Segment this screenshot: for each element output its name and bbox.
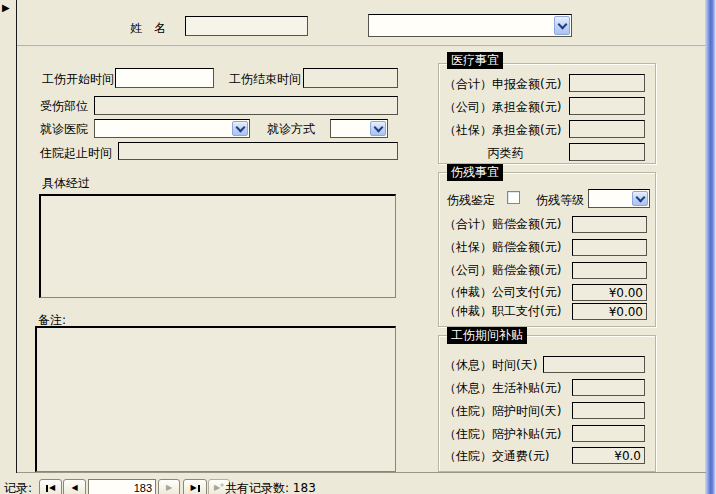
class-c-drug-input[interactable]: [569, 143, 645, 161]
rest-days-input[interactable]: [543, 356, 645, 373]
visit-mode-combo[interactable]: [330, 119, 388, 138]
disability-grade-combo[interactable]: [588, 189, 650, 208]
window-edge-strip: [705, 0, 716, 494]
dropdown-arrow-icon[interactable]: [232, 121, 248, 136]
details-label: 具体经过: [42, 176, 90, 190]
work-injury-form: ▶ 姓 名 工伤开始时间 工伤结束时间 受伤部位 就诊医院 就诊方式 住院起止时…: [0, 0, 716, 494]
social-compensation-input[interactable]: [572, 239, 647, 256]
company-borne-label: （公司）承担金额(元): [444, 100, 561, 114]
dropdown-arrow-icon[interactable]: [370, 121, 386, 136]
remarks-label: 备注:: [38, 313, 66, 327]
record-label: 记录:: [4, 481, 32, 494]
declared-amount-label: （合计）申报金额(元): [444, 77, 561, 91]
visit-mode-label: 就诊方式: [267, 122, 315, 136]
next-record-button: ▶: [158, 479, 180, 494]
injured-part-input[interactable]: [94, 96, 398, 115]
medical-group-title: 医疗事宜: [447, 52, 503, 69]
hospital-stay-input[interactable]: [118, 142, 398, 160]
company-compensation-input[interactable]: [572, 262, 647, 279]
person-select-combo[interactable]: [368, 14, 572, 37]
injury-start-label: 工伤开始时间: [42, 72, 114, 86]
first-record-icon: [46, 485, 48, 492]
hospital-care-days-label: （住院）陪护时间(天): [444, 404, 561, 418]
rest-days-label: （休息）时间(天): [444, 358, 537, 372]
prev-record-icon: ◀: [71, 484, 77, 492]
new-record-icon: ▶*: [214, 484, 224, 492]
arbitration-company-pay-label: （仲裁）公司支付(元): [444, 285, 561, 299]
subsidy-group-title: 工伤期间补贴: [447, 327, 527, 344]
disability-assessment-label: 伤残鉴定: [447, 193, 495, 207]
company-borne-amount-input[interactable]: [569, 97, 645, 115]
injury-end-label: 工伤结束时间: [229, 72, 301, 86]
current-record-input[interactable]: [88, 479, 156, 494]
arbitration-company-pay-input[interactable]: [572, 284, 647, 301]
first-record-button[interactable]: ◀: [39, 479, 62, 494]
current-record-arrow-icon: ▶: [2, 2, 10, 14]
visit-mode-combo-value: [331, 120, 369, 137]
remarks-textarea[interactable]: [35, 326, 396, 472]
dropdown-arrow-icon[interactable]: [632, 191, 648, 206]
social-borne-amount-input[interactable]: [569, 120, 645, 138]
disability-group-title: 伤残事宜: [447, 164, 503, 181]
company-compensation-label: （公司）赔偿金额(元): [444, 263, 561, 277]
details-textarea[interactable]: [39, 194, 396, 298]
hospital-combo[interactable]: [94, 119, 250, 138]
injury-end-date-input[interactable]: [303, 68, 398, 88]
hospital-stay-label: 住院起止时间: [40, 146, 112, 160]
hospital-care-days-input[interactable]: [572, 402, 645, 419]
name-label: 姓 名: [130, 21, 166, 35]
hospital-combo-value: [95, 120, 231, 137]
header-separator: [17, 45, 706, 47]
total-declared-amount-input[interactable]: [569, 74, 645, 92]
prev-record-button[interactable]: ◀: [63, 479, 86, 494]
social-compensation-label: （社保）赔偿金额(元): [444, 240, 561, 254]
social-borne-label: （社保）承担金额(元): [444, 123, 561, 137]
rest-living-subsidy-input[interactable]: [572, 379, 645, 396]
disability-assessment-checkbox[interactable]: [507, 191, 520, 204]
name-input[interactable]: [185, 16, 308, 36]
footer-separator: [17, 472, 706, 473]
arbitration-employee-pay-input[interactable]: [572, 303, 647, 320]
record-selector-bar[interactable]: ▶: [0, 0, 17, 473]
person-select-value: [369, 15, 553, 36]
dropdown-arrow-icon[interactable]: [554, 16, 570, 35]
hospital-care-subsidy-input[interactable]: [572, 425, 645, 442]
last-record-icon: ▶: [190, 484, 196, 492]
last-record-button[interactable]: ▶: [183, 479, 207, 494]
disability-grade-value: [589, 190, 631, 207]
injured-part-label: 受伤部位: [40, 99, 88, 113]
hospital-transport-fee-input[interactable]: [572, 447, 645, 464]
hospital-transport-fee-label: （住院）交通费(元): [444, 449, 549, 463]
arbitration-employee-pay-label: （仲裁）职工支付(元): [444, 304, 561, 318]
injury-start-date-input[interactable]: [115, 68, 214, 88]
total-compensation-input[interactable]: [572, 216, 647, 233]
disability-grade-label: 伤残等级: [536, 193, 584, 207]
next-record-icon: ▶: [166, 484, 172, 492]
class-c-drug-label: 丙类药: [444, 146, 567, 160]
hospital-label: 就诊医院: [40, 122, 88, 136]
rest-living-subsidy-label: （休息）生活补贴(元): [444, 381, 561, 395]
hospital-care-subsidy-label: （住院）陪护补贴(元): [444, 427, 561, 441]
total-records-label: 共有记录数: 183: [225, 481, 316, 494]
total-compensation-label: （合计）赔偿金额(元): [444, 217, 561, 231]
